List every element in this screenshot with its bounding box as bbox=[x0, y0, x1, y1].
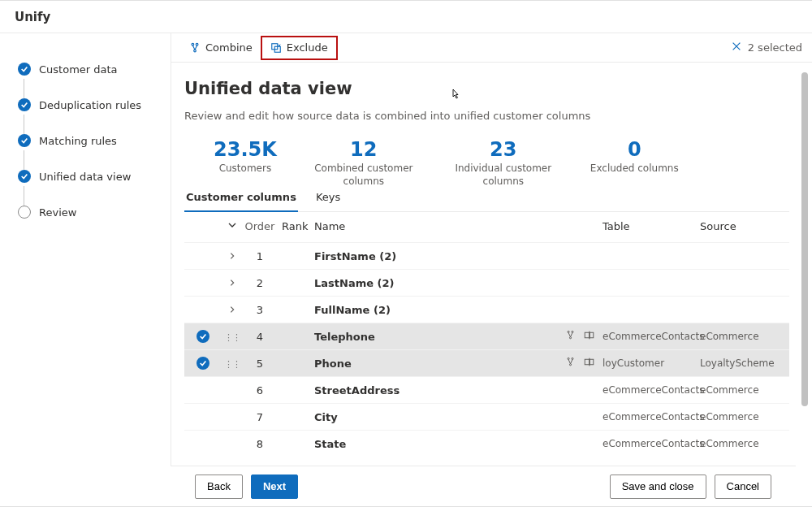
cursor-icon bbox=[449, 88, 462, 105]
svg-point-6 bbox=[572, 332, 573, 333]
svg-point-11 bbox=[572, 358, 573, 360]
cancel-button[interactable]: Cancel bbox=[715, 474, 771, 499]
circle-icon bbox=[18, 206, 31, 219]
cell-table: eCommerceContacts bbox=[603, 438, 700, 449]
wizard-step-label: Deduplication rules bbox=[39, 99, 141, 111]
wizard-step-matching-rules[interactable]: Matching rules bbox=[18, 134, 171, 147]
svg-point-2 bbox=[194, 50, 197, 52]
combine-icon[interactable] bbox=[565, 330, 576, 343]
wizard-step-customer-data[interactable]: Customer data bbox=[18, 63, 171, 76]
table-row[interactable]: 1FirstName (2) bbox=[184, 242, 789, 269]
combine-icon bbox=[189, 42, 201, 54]
combine-icon[interactable] bbox=[565, 357, 576, 370]
tab-keys[interactable]: Keys bbox=[314, 184, 342, 211]
stat-customers: 23.5KCustomers bbox=[214, 138, 277, 188]
next-button[interactable]: Next bbox=[251, 474, 298, 499]
svg-rect-13 bbox=[585, 359, 590, 365]
exclude-icon bbox=[270, 42, 282, 54]
combine-button[interactable]: Combine bbox=[181, 37, 261, 59]
table-row[interactable]: 3FullName (2) bbox=[184, 296, 789, 323]
table-row[interactable]: 8StateeCommerceContactseCommerce bbox=[184, 430, 789, 457]
col-header-order[interactable]: Order bbox=[243, 220, 277, 232]
rename-icon[interactable] bbox=[584, 330, 594, 343]
clear-selection-icon[interactable] bbox=[730, 41, 743, 55]
cell-source: eCommerce bbox=[700, 331, 789, 342]
cell-order: 5 bbox=[243, 358, 277, 370]
col-header-source[interactable]: Source bbox=[700, 220, 789, 232]
scrollbar[interactable] bbox=[800, 66, 810, 496]
rename-icon[interactable] bbox=[584, 357, 594, 370]
save-and-close-button[interactable]: Save and close bbox=[610, 474, 706, 499]
check-icon bbox=[18, 134, 31, 147]
back-button[interactable]: Back bbox=[195, 474, 243, 499]
wizard-step-deduplication-rules[interactable]: Deduplication rules bbox=[18, 98, 171, 111]
wizard-step-label: Review bbox=[39, 206, 76, 219]
wizard-step-unified-data-view[interactable]: Unified data view bbox=[18, 170, 171, 183]
cell-source: eCommerce bbox=[700, 411, 789, 422]
cell-order: 4 bbox=[243, 331, 277, 343]
stat-combined-customer-columns: 12Combined customer columns bbox=[311, 138, 417, 188]
checked-icon[interactable] bbox=[197, 357, 209, 370]
cell-table: eCommerceContacts bbox=[603, 331, 700, 342]
exclude-label: Exclude bbox=[287, 41, 328, 54]
toolbar: Combine Exclude 2 selected bbox=[171, 33, 812, 63]
svg-point-0 bbox=[192, 43, 194, 46]
table-row[interactable]: ⋮⋮4TelephoneeCommerceContactseCommerce bbox=[184, 323, 789, 349]
tabs: Customer columns Keys bbox=[184, 184, 789, 212]
col-header-table[interactable]: Table bbox=[603, 220, 700, 232]
wizard-step-label: Matching rules bbox=[39, 135, 117, 147]
cell-name: StreetAddress bbox=[314, 384, 555, 396]
exclude-button[interactable]: Exclude bbox=[261, 36, 338, 60]
svg-point-7 bbox=[569, 337, 571, 339]
table-row[interactable]: ⋮⋮5PhoneloyCustomerLoyaltyScheme bbox=[184, 349, 789, 376]
cell-name: State bbox=[314, 438, 555, 450]
cell-table: loyCustomer bbox=[603, 358, 700, 369]
cell-name: FirstName (2) bbox=[314, 250, 555, 262]
expand-row-icon[interactable] bbox=[222, 250, 243, 262]
cell-name: FullName (2) bbox=[314, 304, 555, 316]
wizard-step-label: Unified data view bbox=[39, 171, 131, 183]
table-row[interactable]: 7CityeCommerceContactseCommerce bbox=[184, 403, 789, 430]
stat-value: 0 bbox=[590, 138, 679, 161]
table-row[interactable]: 6StreetAddresseCommerceContactseCommerce bbox=[184, 376, 789, 403]
table-row[interactable]: 2LastName (2) bbox=[184, 269, 789, 296]
app-title: Unify bbox=[15, 10, 50, 24]
stat-label: Excluded columns bbox=[590, 162, 679, 176]
col-header-name[interactable]: Name bbox=[314, 220, 555, 232]
stats-row: 23.5KCustomers12Combined customer column… bbox=[184, 138, 789, 188]
table-header-row: Order Rank Name Table Source bbox=[184, 212, 789, 242]
stat-label: Customers bbox=[214, 162, 277, 176]
cell-source: eCommerce bbox=[700, 384, 789, 396]
expand-row-icon[interactable] bbox=[222, 277, 243, 289]
cell-name: LastName (2) bbox=[314, 277, 555, 289]
cell-order: 8 bbox=[243, 438, 277, 450]
wizard-step-review[interactable]: Review bbox=[18, 206, 171, 219]
drag-handle-icon[interactable]: ⋮⋮ bbox=[224, 359, 240, 370]
svg-rect-9 bbox=[590, 332, 594, 338]
tab-customer-columns[interactable]: Customer columns bbox=[184, 184, 298, 211]
cell-source: eCommerce bbox=[700, 438, 789, 449]
scrollbar-thumb[interactable] bbox=[801, 72, 808, 406]
columns-table: Order Rank Name Table Source 1FirstName … bbox=[184, 212, 789, 457]
cell-table: eCommerceContacts bbox=[603, 384, 700, 396]
cell-name: Phone bbox=[314, 358, 555, 370]
stat-label: Individual customer columns bbox=[451, 162, 556, 188]
svg-point-12 bbox=[569, 364, 571, 366]
checked-icon[interactable] bbox=[197, 330, 209, 343]
expand-row-icon[interactable] bbox=[222, 304, 243, 316]
cell-source: LoyaltyScheme bbox=[700, 358, 789, 369]
svg-rect-14 bbox=[590, 359, 594, 365]
selected-count-label: 2 selected bbox=[748, 41, 802, 54]
cell-order: 2 bbox=[243, 277, 277, 289]
expand-all-toggle[interactable] bbox=[222, 220, 243, 232]
check-icon bbox=[18, 170, 31, 183]
svg-point-5 bbox=[568, 332, 569, 333]
drag-handle-icon[interactable]: ⋮⋮ bbox=[224, 332, 240, 343]
stat-individual-customer-columns: 23Individual customer columns bbox=[451, 138, 556, 188]
col-header-rank[interactable]: Rank bbox=[277, 220, 314, 232]
wizard-sidebar: Customer dataDeduplication rulesMatching… bbox=[0, 33, 171, 466]
svg-point-10 bbox=[568, 358, 569, 360]
cell-order: 6 bbox=[243, 384, 277, 396]
cell-table: eCommerceContacts bbox=[603, 411, 700, 422]
selection-indicator[interactable]: 2 selected bbox=[730, 41, 802, 55]
